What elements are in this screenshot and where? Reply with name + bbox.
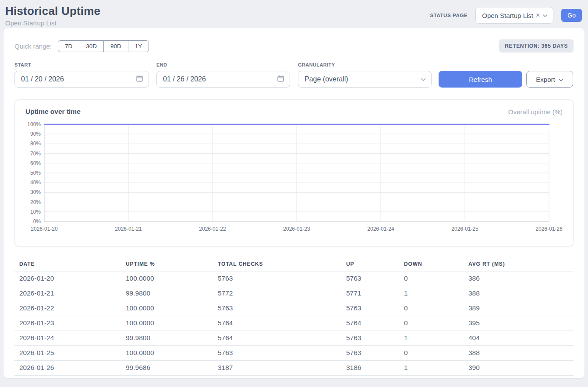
table-body: 2026-01-20100.00005763576303862026-01-21… (14, 271, 574, 376)
table-row: 2026-01-23100.0000576457640395 (14, 316, 574, 331)
table-cell: 100.0000 (121, 301, 213, 316)
table-cell: 99.9686 (121, 361, 213, 376)
chevron-down-icon (421, 75, 426, 83)
svg-text:2026-01-23: 2026-01-23 (283, 226, 310, 232)
column-header: AVG RT (MS) (464, 257, 574, 271)
svg-text:60%: 60% (30, 160, 41, 166)
table-cell: 404 (464, 331, 574, 346)
page-header: Historical Uptime Open Startup List STAT… (0, 0, 588, 28)
table-cell: 0 (399, 271, 464, 286)
filters-row: START 01 / 20 / 2026 END 01 / 26 / 2026 … (14, 62, 574, 88)
refresh-button[interactable]: Refresh (439, 71, 522, 88)
table-cell: 389 (464, 301, 574, 316)
page-subtitle: Open Startup List (5, 19, 100, 27)
uptime-chart-card: Uptime over time Overall uptime (%) 100%… (14, 99, 574, 246)
table-row: 2026-01-2699.9686318731861390 (14, 361, 574, 376)
header-right: STATUS PAGE Open Startup List × Go (430, 7, 582, 24)
svg-text:2026-01-20: 2026-01-20 (31, 226, 58, 232)
table-row: 2026-01-20100.0000576357630386 (14, 271, 574, 286)
table-cell: 2026-01-26 (14, 361, 121, 376)
table-cell: 5771 (341, 286, 399, 301)
calendar-icon[interactable] (136, 75, 143, 84)
granularity-select[interactable]: Page (overall) (298, 71, 432, 88)
table-cell: 5764 (213, 316, 341, 331)
table-cell: 0 (399, 316, 464, 331)
table-cell: 1 (399, 361, 464, 376)
uptime-table: DATEUPTIME %TOTAL CHECKSUPDOWNAVG RT (MS… (14, 257, 574, 376)
table-cell: 5763 (341, 346, 399, 361)
table-cell: 5772 (213, 286, 341, 301)
go-button[interactable]: Go (561, 9, 582, 22)
column-header: DATE (14, 257, 121, 271)
table-cell: 2026-01-21 (14, 286, 121, 301)
svg-text:2026-01-24: 2026-01-24 (367, 226, 394, 232)
table-cell: 3186 (341, 361, 399, 376)
table-cell: 2026-01-22 (14, 301, 121, 316)
chart-title: Uptime over time (25, 108, 81, 116)
table-cell: 2026-01-23 (14, 316, 121, 331)
granularity-value: Page (overall) (305, 75, 348, 83)
start-date-input[interactable]: 01 / 20 / 2026 (14, 71, 149, 88)
end-date-input[interactable]: 01 / 26 / 2026 (156, 71, 290, 88)
column-header: TOTAL CHECKS (213, 257, 341, 271)
table-cell: 388 (464, 346, 574, 361)
quick-range-7d[interactable]: 7D (58, 40, 79, 52)
svg-text:90%: 90% (30, 131, 41, 137)
export-button-label: Export (536, 76, 555, 83)
start-date-value: 01 / 20 / 2026 (21, 75, 64, 83)
svg-text:0%: 0% (33, 218, 41, 225)
table-cell: 5763 (341, 271, 399, 286)
uptime-line-chart: 100%90%80%70%60%50%40%30%20%10%0%2026-01… (25, 120, 563, 235)
status-page-select[interactable]: Open Startup List × (475, 7, 553, 24)
table-cell: 3187 (213, 361, 341, 376)
end-date-value: 01 / 26 / 2026 (163, 75, 206, 83)
table-cell: 5763 (213, 271, 341, 286)
table-cell: 5763 (341, 301, 399, 316)
table-cell: 5764 (213, 331, 341, 346)
quick-range-group: 7D30D90D1Y (58, 40, 149, 52)
table-row: 2026-01-25100.0000576357630388 (14, 346, 574, 361)
clear-selection-icon[interactable]: × (536, 12, 540, 19)
chevron-down-icon (542, 11, 548, 19)
svg-text:2026-01-26: 2026-01-26 (535, 226, 563, 232)
table-cell: 2026-01-24 (14, 331, 121, 346)
svg-text:2026-01-25: 2026-01-25 (451, 226, 478, 232)
table-cell: 395 (464, 316, 574, 331)
quick-range-1y[interactable]: 1Y (128, 40, 149, 52)
table-cell: 2026-01-20 (14, 271, 121, 286)
table-cell: 388 (464, 286, 574, 301)
calendar-icon[interactable] (277, 75, 284, 84)
chevron-down-icon (559, 76, 563, 83)
table-cell: 0 (399, 301, 464, 316)
table-cell: 5763 (213, 346, 341, 361)
svg-text:40%: 40% (30, 179, 41, 186)
svg-text:30%: 30% (30, 189, 41, 195)
table-cell: 390 (464, 361, 574, 376)
table-cell: 386 (464, 271, 574, 286)
table-row: 2026-01-22100.0000576357630389 (14, 301, 574, 316)
granularity-label: GRANULARITY (298, 62, 432, 67)
table-cell: 100.0000 (121, 316, 213, 331)
table-header-row: DATEUPTIME %TOTAL CHECKSUPDOWNAVG RT (MS… (14, 257, 574, 271)
svg-text:100%: 100% (27, 121, 41, 127)
table-row: 2026-01-2499.9800576457631404 (14, 331, 574, 346)
table-cell: 100.0000 (121, 346, 213, 361)
svg-text:70%: 70% (30, 151, 41, 157)
column-header: DOWN (399, 257, 464, 271)
table-row: 2026-01-2199.9800577257711388 (14, 286, 574, 301)
start-label: START (14, 62, 149, 67)
table-cell: 99.9800 (121, 286, 213, 301)
quick-range-90d[interactable]: 90D (103, 40, 128, 52)
quick-range-row: Quick range: 7D30D90D1Y RETENTION: 365 D… (14, 39, 574, 53)
export-button[interactable]: Export (526, 71, 573, 88)
table-cell: 100.0000 (121, 271, 213, 286)
chart-legend: Overall uptime (%) (508, 108, 563, 116)
svg-text:2026-01-21: 2026-01-21 (115, 226, 142, 232)
table-cell: 99.9800 (121, 331, 213, 346)
title-block: Historical Uptime Open Startup List (5, 4, 100, 27)
quick-range-30d[interactable]: 30D (79, 40, 104, 52)
svg-text:20%: 20% (30, 199, 41, 205)
table-cell: 1 (399, 331, 464, 346)
column-header: UPTIME % (121, 257, 213, 271)
retention-badge: RETENTION: 365 DAYS (499, 39, 574, 53)
